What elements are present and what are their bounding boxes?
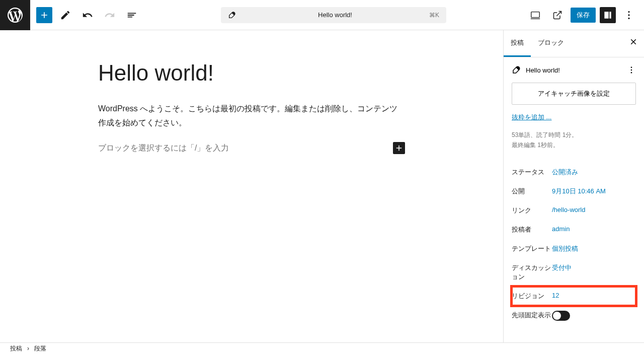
settings-panel-toggle[interactable]: [600, 7, 616, 23]
view-button[interactable]: [526, 6, 544, 24]
post-meta-list: ステータス 公開済み 公開 9月10日 10:46 AM リンク /hello-…: [504, 159, 644, 330]
tab-block[interactable]: ブロック: [531, 30, 571, 57]
close-sidebar-button[interactable]: [629, 37, 638, 46]
feather-icon: [228, 11, 236, 19]
document-title-command[interactable]: Hello world! ⌘K: [221, 7, 446, 23]
command-shortcut: ⌘K: [429, 12, 439, 19]
excerpt-add-link[interactable]: 抜粋を追加 ...: [512, 113, 636, 122]
toolbar-left: [30, 6, 141, 24]
editor-canvas: Hello world! WordPress へようこそ。こちらは最初の投稿です…: [0, 30, 503, 342]
breadcrumb-root[interactable]: 投稿: [10, 344, 22, 353]
block-appender[interactable]: ブロックを選択するには「/」を入力: [98, 142, 405, 154]
svg-point-4: [631, 66, 632, 68]
save-button[interactable]: 保存: [571, 8, 596, 23]
post-summary-panel: Hello world! アイキャッチ画像を設定 抜粋を追加 ... 53単語、…: [504, 57, 644, 159]
sticky-toggle[interactable]: [552, 311, 570, 321]
redo-button[interactable]: [101, 6, 119, 24]
meta-sticky: 先頭固定表示: [512, 306, 636, 326]
document-title-text: Hello world!: [241, 11, 429, 19]
wordpress-logo[interactable]: [0, 0, 30, 30]
post-stats: 53単語、読了時間 1分。 最終編集 1秒前。: [512, 130, 636, 151]
document-overview-button[interactable]: [123, 6, 141, 24]
breadcrumb-current[interactable]: 段落: [34, 344, 46, 353]
add-block-button[interactable]: [36, 7, 52, 23]
breadcrumb-separator: ›: [27, 345, 29, 352]
meta-status[interactable]: ステータス 公開済み: [512, 163, 636, 182]
post-name: Hello world!: [526, 66, 622, 74]
undo-button[interactable]: [78, 6, 97, 24]
featured-image-button[interactable]: アイキャッチ画像を設定: [512, 83, 636, 105]
svg-point-6: [631, 72, 632, 74]
meta-author[interactable]: 投稿者 admin: [512, 220, 636, 239]
edit-tools-button[interactable]: [56, 6, 74, 24]
meta-publish-date[interactable]: 公開 9月10日 10:46 AM: [512, 182, 636, 201]
svg-point-5: [631, 69, 632, 71]
svg-point-3: [628, 17, 629, 19]
document-center: Hello world! ⌘K: [141, 7, 526, 23]
post-actions-button[interactable]: [627, 65, 636, 75]
last-edited-text: 最終編集 1秒前。: [512, 140, 636, 150]
toolbar-right: 保存: [526, 6, 644, 24]
sidebar-tabs: 投稿 ブロック: [504, 30, 644, 57]
feather-icon: [512, 65, 521, 75]
meta-template[interactable]: テンプレート 個別投稿: [512, 239, 636, 258]
meta-discussion[interactable]: ディスカッション 受付中: [512, 258, 636, 287]
meta-permalink[interactable]: リンク /hello-world: [512, 201, 636, 220]
tab-post[interactable]: 投稿: [504, 30, 531, 57]
block-appender-placeholder: ブロックを選択するには「/」を入力: [98, 143, 229, 154]
meta-revisions[interactable]: リビジョン 12: [512, 287, 636, 306]
post-paragraph[interactable]: WordPress へようこそ。こちらは最初の投稿です。編集または削除し、コンテ…: [98, 102, 405, 130]
settings-sidebar: 投稿 ブロック Hello world! アイキャッチ画像を設定 抜粋を追加 .…: [503, 30, 644, 342]
svg-rect-0: [531, 12, 540, 17]
post-title[interactable]: Hello world!: [98, 60, 405, 86]
top-toolbar: Hello world! ⌘K 保存: [0, 0, 644, 30]
svg-point-2: [628, 14, 629, 16]
svg-point-1: [628, 11, 629, 12]
breadcrumb-bar: 投稿 › 段落: [0, 342, 644, 354]
block-add-button[interactable]: [393, 142, 405, 154]
more-options-button[interactable]: [620, 6, 638, 24]
preview-external-button[interactable]: [548, 6, 567, 24]
word-count-text: 53単語、読了時間 1分。: [512, 130, 636, 140]
